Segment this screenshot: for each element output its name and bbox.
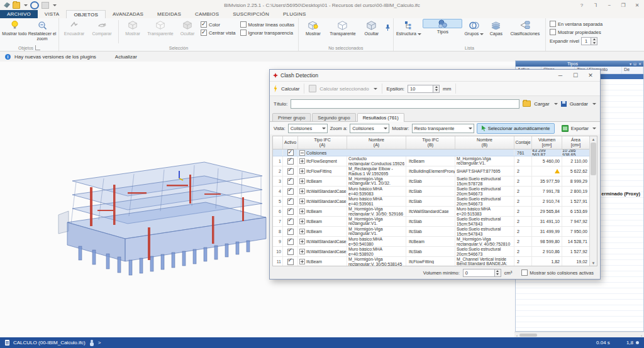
panel-dropdown-icon[interactable]: ▾ — [630, 62, 631, 66]
checkbox-solo-colisiones-activas[interactable]: Mostrar sólo colisiones activas — [521, 269, 594, 276]
clash-table-row[interactable]: 6 IfcBeam M_Hormigón-Viga rectangular:V.… — [273, 207, 590, 217]
pin-ribbon-button[interactable]: ⅂ — [589, 0, 602, 10]
ribbon-tab-cambios[interactable]: CAMBIOS — [188, 10, 226, 18]
clash-table-row[interactable]: 3 IfcBeam M_Hormigón-Viga rectangular:V1… — [273, 177, 590, 187]
volumen-minimo-input[interactable]: 0 — [463, 269, 495, 277]
titulo-input[interactable] — [291, 99, 519, 109]
group-checkbox[interactable] — [287, 150, 294, 156]
sel-mostrar-button[interactable]: Mostrar — [121, 19, 144, 36]
ribbon-tab-suscripción[interactable]: SUSCRIPCIÓN — [226, 10, 276, 18]
epsilon-stepper[interactable]: 10 — [408, 85, 440, 93]
checkbox-centrar-vista[interactable]: Centrar vista — [201, 30, 236, 36]
row-checkbox[interactable] — [287, 178, 294, 185]
tipos-button[interactable]: Tipos — [423, 19, 462, 28]
row-checkbox[interactable] — [287, 209, 294, 215]
volumen-minimo-stepper[interactable]: 0 — [463, 269, 501, 277]
row-checkbox[interactable] — [287, 168, 294, 175]
collisions-group-row[interactable]: Colisiones 761 43 299 563,87 10 286 938,… — [273, 150, 590, 156]
nosel-ocultar-button[interactable]: Ocultar — [360, 19, 384, 36]
spin-down-icon[interactable] — [495, 273, 501, 276]
clash-table-row[interactable]: 7 IfcBeam M_Hormigón-Viga rectangular:V1… — [273, 217, 590, 227]
scroll-thumb[interactable] — [591, 143, 596, 175]
scroll-up-icon[interactable]: ▲ — [590, 136, 597, 142]
guardar-dropdown-icon[interactable] — [592, 103, 596, 105]
dropdown-caret-icon[interactable] — [480, 33, 484, 35]
close-button[interactable]: ✕ — [630, 0, 644, 10]
capas-button[interactable]: Capas — [486, 19, 506, 36]
scroll-thumb[interactable] — [519, 334, 537, 337]
ribbon-tab-avanzadas[interactable]: AVANZADAS — [106, 10, 150, 18]
exportar-button[interactable]: Exportar — [571, 126, 589, 131]
walk-mode-icon[interactable] — [89, 340, 94, 346]
actualizar-button[interactable]: Actualizar — [115, 54, 137, 60]
guardar-button[interactable]: Guardar — [570, 101, 588, 107]
ribbon-tab-plugins[interactable]: PLUGINS — [276, 10, 313, 18]
calcular-button[interactable]: Calcular — [281, 86, 299, 92]
status-file-name[interactable]: CALCULO (00-IBIM_Calculo.ifc) — [13, 340, 86, 345]
expand-icon[interactable] — [299, 249, 305, 254]
clash-table-row[interactable]: 1 IfcFlowSegment Conducto rectangular:Co… — [273, 156, 590, 166]
row-checkbox[interactable] — [287, 259, 294, 265]
pin-icon[interactable] — [384, 23, 391, 34]
sel-ocultar-button[interactable]: Ocultar — [177, 19, 198, 36]
row-checkbox[interactable] — [287, 158, 294, 165]
comparar-button[interactable]: Comparar — [88, 19, 116, 36]
cargar-dropdown-icon[interactable] — [554, 103, 558, 105]
dialog-title-bar[interactable]: Clash Detection ─ ☐ ✕ — [270, 70, 600, 82]
tipos-column-header[interactable]: De — [622, 67, 643, 73]
dialog-maximize-button[interactable]: ☐ — [569, 72, 582, 79]
encuadrar-button[interactable]: Encuadrar — [61, 19, 87, 36]
ribbon-tab-objetos[interactable]: OBJETOS — [66, 10, 106, 18]
scroll-down-icon[interactable]: ▼ — [590, 260, 597, 266]
dialog-minimize-button[interactable]: ─ — [554, 72, 567, 79]
checkbox-lineas-ocultas[interactable]: Mostrar líneas ocultas — [240, 21, 294, 28]
bim-model-3d[interactable] — [53, 155, 274, 283]
expand-icon[interactable] — [299, 158, 305, 164]
exportar-dropdown-icon[interactable] — [592, 128, 596, 129]
tipos-proxy-row[interactable]: erminado (Proxy) — [601, 191, 641, 197]
expand-icon[interactable] — [299, 209, 305, 214]
clash-table-row[interactable]: 4 IfcWallStandardCase Muro básico:MHA e=… — [273, 187, 590, 197]
clash-table-row[interactable]: 9 IfcWallStandardCase Muro básico:MHA e=… — [273, 237, 590, 247]
dialog-close-button[interactable]: ✕ — [584, 72, 597, 79]
center-view-icon[interactable] — [30, 1, 39, 9]
nosel-mostrar-button[interactable]: Mostrar — [301, 19, 326, 36]
open-file-icon[interactable] — [13, 2, 20, 9]
spin-down-icon[interactable] — [591, 41, 597, 45]
dialog-tab[interactable]: Resultados (761) — [357, 113, 404, 122]
clash-table-row[interactable]: 8 IfcBeam M_Hormigón-Viga rectangular:V1… — [273, 227, 590, 237]
scroll-right-icon[interactable]: › — [639, 334, 644, 337]
dropdown-caret-icon[interactable] — [418, 33, 421, 35]
expand-icon[interactable] — [299, 188, 305, 194]
row-checkbox[interactable] — [287, 229, 294, 235]
panel-close-icon[interactable]: ✕ — [638, 62, 641, 66]
expand-icon[interactable] — [299, 198, 305, 204]
collapse-icon[interactable] — [299, 150, 305, 156]
qat-customize-icon[interactable] — [53, 4, 57, 6]
expand-icon[interactable] — [299, 259, 305, 264]
clash-table-header[interactable]: Activo Tipo IFC(A) Nombre(A) Tipo IFC(B)… — [273, 136, 590, 150]
checkbox-color[interactable]: Color — [201, 21, 236, 28]
mostrar-todo-button[interactable]: Mostrar todo — [2, 19, 27, 36]
checkbox-ventana-separada[interactable]: En ventana separada — [550, 21, 602, 27]
expand-icon[interactable] — [299, 219, 305, 224]
clash-table-row[interactable]: 10 IfcWallStandardCase Muro básico:MHA e… — [273, 247, 590, 257]
panel-pin-icon[interactable]: ⊡ — [633, 62, 636, 66]
checkbox-mostrar-propiedades[interactable]: Mostrar propiedades — [550, 29, 602, 35]
calcular-dropdown-icon[interactable] — [374, 88, 377, 90]
vertical-scrollbar[interactable]: ▲ ▼ — [589, 136, 597, 266]
row-checkbox[interactable] — [287, 239, 294, 245]
clash-table-row[interactable]: 2 IfcFlowFitting M_Rectangular Elbow - R… — [273, 166, 590, 177]
minimize-button[interactable]: − — [602, 0, 616, 10]
dialog-tab[interactable]: Primer grupo — [272, 113, 311, 121]
grupos-button[interactable]: Grupos — [463, 19, 486, 36]
ribbon-tab-archivo[interactable]: ARCHIVO — [0, 10, 38, 18]
spin-down-icon[interactable] — [433, 89, 439, 92]
sel-transparente-button[interactable]: Transparente — [145, 19, 176, 36]
ribbon-tab-vista[interactable]: VISTA — [38, 10, 67, 18]
status-expand-arrow[interactable]: > — [98, 340, 101, 345]
row-checkbox[interactable] — [287, 219, 294, 225]
clash-table-row[interactable]: 11 IfcBeam M_Hormigón-Viga rectangular:V… — [273, 257, 590, 266]
vista-select[interactable]: Colisiones — [288, 124, 328, 133]
restore-button[interactable]: ❐ — [616, 0, 630, 10]
